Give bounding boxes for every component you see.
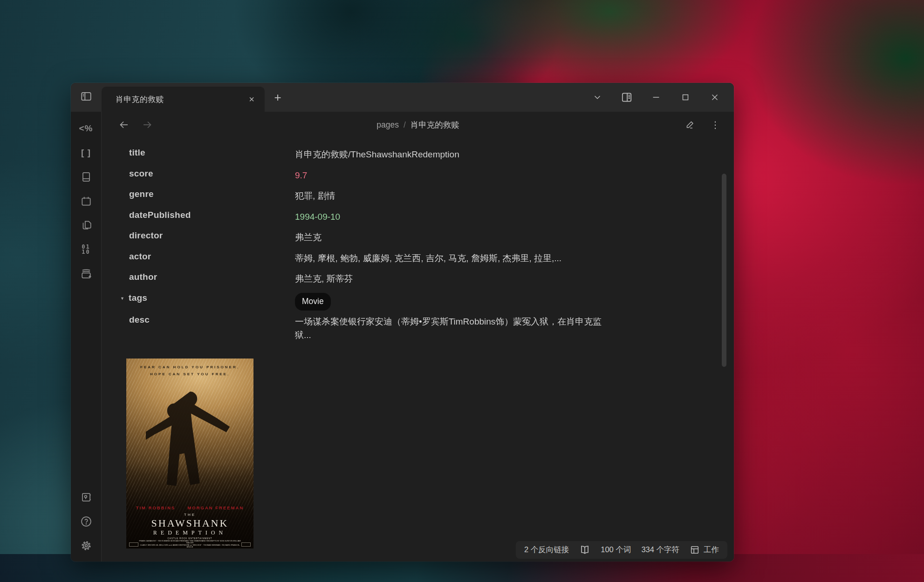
attr-value-director[interactable]: 弗兰克 (295, 226, 612, 244)
kebab-menu-icon[interactable]: ⋮ (709, 118, 722, 131)
attr-key-actor: actor (102, 247, 295, 262)
attr-key-tags-label: tags (129, 293, 147, 303)
attribute-table: title 肖申克的救赎/TheShawshankRedemption scor… (102, 143, 734, 342)
attr-key-director: director (102, 226, 295, 241)
poster-title-line1: SHAWSHANK (126, 517, 253, 529)
attr-key-tags: ▼ tags (102, 289, 295, 303)
poster-title-the: THE (126, 513, 253, 517)
table-row: datePublished 1994-09-10 (102, 206, 734, 227)
workspace-label: 工作 (704, 545, 719, 555)
app-window: 肖申克的救赎 × + (71, 83, 734, 562)
left-dock: <% [ ] 0110 (71, 112, 102, 562)
collapse-arrow-icon[interactable]: ▼ (120, 296, 124, 301)
new-tab-button[interactable]: + (265, 83, 291, 112)
table-row: ▼ tags Movie (102, 289, 734, 311)
attr-value-datePublished[interactable]: 1994-09-10 (295, 206, 612, 223)
help-icon[interactable] (74, 509, 98, 534)
attr-value-desc[interactable]: 一场谋杀案使银行家安迪（蒂姆•罗宾斯TimRobbins饰）蒙冤入狱，在肖申克监… (295, 311, 612, 342)
table-row: score 9.7 (102, 164, 734, 185)
tab-active[interactable]: 肖申克的救赎 × (102, 87, 265, 112)
titlebar-drag-region (291, 83, 591, 112)
poster-studio-logo (129, 542, 138, 547)
brackets-icon[interactable]: [ ] (74, 141, 98, 165)
tab-title: 肖申克的救赎 (116, 94, 247, 105)
table-row: genre 犯罪, 剧情 (102, 185, 734, 206)
brackets-icon-glyph: [ ] (81, 148, 91, 158)
edit-pencil-icon[interactable] (684, 118, 697, 131)
attr-key-desc: desc (102, 311, 295, 325)
table-row: actor 蒂姆, 摩根, 鲍勃, 威廉姆, 克兰西, 吉尔, 马克, 詹姆斯,… (102, 247, 734, 268)
poster-studio-line: CASTLE ROCK ENTERTAINMENT (126, 537, 253, 540)
binary-icon-glyph: 0110 (82, 244, 90, 255)
breadcrumb-parent[interactable]: pages (376, 120, 399, 130)
attr-key-datePublished: datePublished (102, 206, 295, 220)
toolbar-actions: ⋮ (684, 112, 722, 138)
template-icon[interactable]: <% (74, 116, 98, 141)
tag-pill-movie[interactable]: Movie (295, 293, 331, 311)
attr-value-genre[interactable]: 犯罪, 剧情 (295, 185, 612, 203)
template-icon-glyph: <% (79, 123, 93, 134)
nav-arrows (118, 112, 153, 138)
chevron-down-icon[interactable] (591, 91, 603, 103)
dock-toggle-button[interactable] (71, 83, 102, 112)
attr-value-title[interactable]: 肖申克的救赎/TheShawshankRedemption (295, 143, 612, 161)
safe-icon[interactable] (74, 485, 98, 509)
attr-key-title: title (102, 143, 295, 158)
workspace-switcher[interactable]: 工作 (690, 545, 719, 555)
calendar-icon[interactable] (74, 189, 98, 213)
table-row: desc 一场谋杀案使银行家安迪（蒂姆•罗宾斯TimRobbins饰）蒙冤入狱，… (102, 311, 734, 342)
window-controls (591, 83, 734, 112)
poster-title-line2: REDEMPTION (126, 529, 253, 536)
attr-value-tags: Movie (295, 289, 612, 311)
table-row: author 弗兰克, 斯蒂芬 (102, 268, 734, 289)
attr-key-genre: genre (102, 185, 295, 199)
attr-value-score[interactable]: 9.7 (295, 164, 612, 182)
poster-actor-left: TIM ROBBINS (136, 505, 176, 510)
poster-credits-block: FRANK DARABONT · TIM ROBBINS MORGAN FREE… (138, 540, 241, 548)
copies-icon[interactable] (74, 213, 98, 237)
titlebar: 肖申克的救赎 × + (71, 83, 734, 112)
table-row: director 弗兰克 (102, 226, 734, 247)
maximize-icon[interactable] (679, 91, 691, 103)
status-bar: 2 个反向链接 100 个词 334 个字符 工作 (516, 541, 727, 559)
book-open-icon[interactable] (579, 544, 590, 555)
panel-left-icon (80, 90, 92, 104)
document-toolbar: pages / 肖申克的救赎 ⋮ (102, 112, 734, 138)
poster-rating-logo (241, 542, 251, 547)
breadcrumb-separator: / (404, 120, 406, 130)
word-count: 100 个词 (601, 545, 631, 555)
notebook-icon[interactable] (74, 165, 98, 189)
attr-value-actor[interactable]: 蒂姆, 摩根, 鲍勃, 威廉姆, 克兰西, 吉尔, 马克, 詹姆斯, 杰弗里, … (295, 247, 612, 265)
table-row: title 肖申克的救赎/TheShawshankRedemption (102, 143, 734, 164)
binary-icon[interactable]: 0110 (74, 237, 98, 262)
backlinks-count[interactable]: 2 个反向链接 (524, 545, 569, 555)
poster-actor-right: MORGAN FREEMAN (187, 505, 244, 510)
poster-actor-names: TIM ROBBINS MORGAN FREEMAN (126, 505, 253, 510)
attr-value-author[interactable]: 弗兰克, 斯蒂芬 (295, 268, 612, 285)
split-view-icon[interactable] (621, 91, 633, 103)
forward-arrow-icon[interactable] (141, 119, 153, 131)
attr-key-score: score (102, 164, 295, 179)
minimize-icon[interactable] (650, 91, 662, 103)
tab-close-icon[interactable]: × (247, 95, 256, 104)
breadcrumb-current[interactable]: 肖申克的救赎 (411, 119, 459, 130)
back-arrow-icon[interactable] (118, 119, 130, 131)
movie-poster[interactable]: FEAR CAN HOLD YOU PRISONER. HOPE CAN SET… (126, 359, 253, 548)
character-count: 334 个字符 (641, 545, 679, 555)
add-card-icon[interactable] (74, 262, 98, 286)
attr-key-author: author (102, 268, 295, 282)
vertical-scrollbar-thumb[interactable] (722, 174, 726, 367)
editor-content: pages / 肖申克的救赎 ⋮ title 肖申克的救赎/TheShawsha… (102, 112, 734, 562)
close-window-icon[interactable] (709, 91, 721, 103)
workspace-icon (690, 545, 700, 555)
settings-gear-icon[interactable] (74, 534, 98, 558)
breadcrumb: pages / 肖申克的救赎 (376, 119, 459, 130)
